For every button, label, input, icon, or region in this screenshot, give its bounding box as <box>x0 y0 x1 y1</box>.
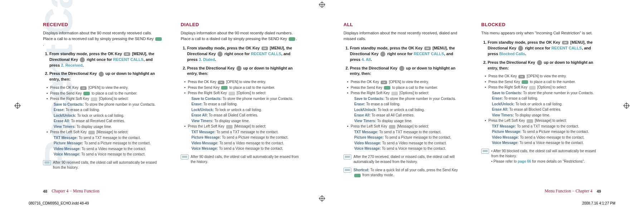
option-item: View Timers: To display usage time. <box>50 124 163 130</box>
left-soft-key-icon <box>88 131 95 134</box>
ok-key-icon: OK <box>262 47 268 50</box>
send-key-icon <box>221 86 228 90</box>
directional-key-icon <box>99 72 104 77</box>
bullet-item: Press the OK Key OK [OPEN] to view the e… <box>485 74 601 79</box>
section-all: ALL Displays information about the most … <box>343 21 463 178</box>
option-item: Video Message: To send a Video message t… <box>188 141 301 146</box>
step-2: Press the Directional Key up or down to … <box>488 60 601 71</box>
option-item: Lock/Unlock: To lock or unlock a call li… <box>351 107 463 113</box>
note: After the 270 received, dialed or missed… <box>343 154 463 165</box>
bullet-item: Press the OK Key OK [OPEN] to view the e… <box>347 80 463 85</box>
bullet-item: Press the Send Key to place a call to th… <box>47 91 163 96</box>
section-description: Displays information about the 90 most r… <box>181 30 301 42</box>
send-key-icon <box>384 86 390 90</box>
note-icon <box>343 154 351 159</box>
section-dialed: DIALED Displays information about the 90… <box>181 21 301 171</box>
section-heading: BLOCKED <box>481 21 601 28</box>
section-received: RECEIVED Displays information about the … <box>43 21 163 171</box>
page-footer: Menu Function − Chapter 4 49 <box>545 188 601 194</box>
option-item: View Timers: To display usage time. <box>188 119 301 124</box>
page-number: 49 <box>597 189 601 193</box>
right-soft-key-icon <box>529 86 536 90</box>
option-item: Picture Message: To send a Picture messa… <box>188 135 301 140</box>
chapter-name: Chapter 4 − Menu Function <box>52 188 99 194</box>
option-item: TXT Message: To send a TXT message to th… <box>188 130 301 135</box>
option-item: Erase All: To erase all Received Call en… <box>50 119 163 124</box>
option-item: Picture Message: To send a Picture messa… <box>50 141 163 146</box>
option-item: Voice Message: To send a Voice message t… <box>351 146 463 152</box>
step-2: Press the Directional Key up or down to … <box>49 71 163 82</box>
left-soft-key-icon <box>389 125 395 129</box>
note: After 90 dialed calls, the oldest call w… <box>181 154 301 165</box>
option-item: Erase: To erase a call listing. <box>488 96 601 101</box>
option-item: Voice Message: To send a Voice message t… <box>50 152 163 157</box>
step-1: From standby mode, press the OK Key OK [… <box>350 45 463 63</box>
option-item: TXT Message: To send a TXT message to th… <box>488 124 601 129</box>
option-item: View Timers: To display usage time. <box>351 119 463 124</box>
ok-key-icon: OK <box>424 47 431 50</box>
bullet-item: Press the Right Soft Key [Options] to se… <box>184 91 301 96</box>
option-item: TXT Message: To send a TXT message to th… <box>351 130 463 135</box>
option-item: Voice Message: To send a Voice message t… <box>488 140 601 146</box>
chapter-name: Menu Function − Chapter 4 <box>545 188 592 194</box>
option-item: Picture Message: To send a Picture messa… <box>351 135 463 140</box>
ok-key-icon: OK <box>124 52 130 56</box>
step-2: Press the Directional Key up or down to … <box>187 66 301 77</box>
send-key-icon <box>354 174 361 177</box>
directional-key-icon <box>399 66 404 71</box>
trim-timestamp: 2008.7.16 4:1:27 PM <box>582 201 615 205</box>
option-item: Lock/Unlock: To lock or unlock a call li… <box>188 107 301 113</box>
bullet-item: Press the OK Key OK [OPEN] to view the e… <box>184 80 301 85</box>
bullet-item: Press the Left Soft Key [Message] to sel… <box>347 124 463 129</box>
bullet-item: Press the Send Key to place a call to th… <box>347 85 463 91</box>
section-description: This menu appears only when "Incoming Ca… <box>481 30 601 36</box>
directional-key-icon <box>518 46 523 51</box>
option-item: Erase All: To erase all Dialed Call entr… <box>188 113 301 118</box>
ok-key-icon: OK <box>218 81 224 84</box>
page-48: Recent Calls RECEIVED Displays informati… <box>0 0 322 211</box>
page-49: Recent Calls ALL Displays information ab… <box>322 0 644 211</box>
option-item: Save to Contacts: To store the phone num… <box>351 96 463 102</box>
bullet-item: Press the Left Soft Key [Message] to sel… <box>47 130 163 135</box>
directional-key-icon <box>218 52 223 57</box>
step-1: From standby mode, press the OK Key OK [… <box>187 45 301 63</box>
option-item: TXT Message: To send a TXT message to th… <box>50 135 163 141</box>
bullet-item: Press the Right Soft Key [Options] to se… <box>47 96 163 102</box>
page-footer: 48 Chapter 4 − Menu Function <box>43 188 99 194</box>
option-item: Erase: To erase a call listing. <box>351 102 463 107</box>
right-soft-key-icon <box>391 92 398 95</box>
option-item: Erase: To erase a call listing. <box>188 102 301 107</box>
option-item: Save to Contacts: To store the phone num… <box>488 91 601 96</box>
ok-key-icon: OK <box>562 41 569 44</box>
directional-key-icon <box>236 66 241 71</box>
step-2: Press the Directional Key up or down to … <box>350 66 463 77</box>
option-item: Video Message: To send a Video message t… <box>50 147 163 152</box>
ok-key-icon: OK <box>381 81 387 84</box>
option-item: Video Message: To send a Video message t… <box>351 141 463 146</box>
right-soft-key-icon <box>229 92 235 95</box>
bullet-item: Press the Left Soft Key [Message] to sel… <box>485 118 601 124</box>
left-soft-key-icon <box>226 125 233 129</box>
bullet-item: Press the Send Key to place a call to th… <box>184 85 301 91</box>
left-soft-key-icon <box>527 119 533 123</box>
note-icon <box>181 154 189 159</box>
option-item: Save to Contacts: To store the phone num… <box>50 102 163 107</box>
ok-key-icon: OK <box>80 86 87 90</box>
send-key-icon <box>522 80 528 84</box>
section-blocked: BLOCKED This menu appears only when "Inc… <box>481 21 601 178</box>
option-item: Erase All: To erase all All Call entries… <box>351 113 463 118</box>
note-icon <box>481 149 489 154</box>
option-item: Save to Contacts: To store the phone num… <box>188 96 301 102</box>
send-key-icon <box>155 37 162 41</box>
page-number: 48 <box>43 189 47 193</box>
send-key-icon <box>289 37 295 41</box>
option-item: Picture Message: To send a Picture messa… <box>488 129 601 135</box>
note: • After 90 blocked calls, the oldest cal… <box>481 149 601 164</box>
section-description: Displays information about the 90 most r… <box>43 30 163 48</box>
bullet-item: Press the OK Key OK [OPEN] to view the e… <box>47 85 163 91</box>
section-heading: ALL <box>343 21 463 28</box>
note-shortcut: Shortcut: To view a quick list of all yo… <box>343 168 463 178</box>
note-icon <box>343 168 351 173</box>
option-item: Voice Message: To send a Voice message t… <box>188 146 301 152</box>
bullet-item: Press the Left Soft Key [Message] to sel… <box>184 124 301 129</box>
